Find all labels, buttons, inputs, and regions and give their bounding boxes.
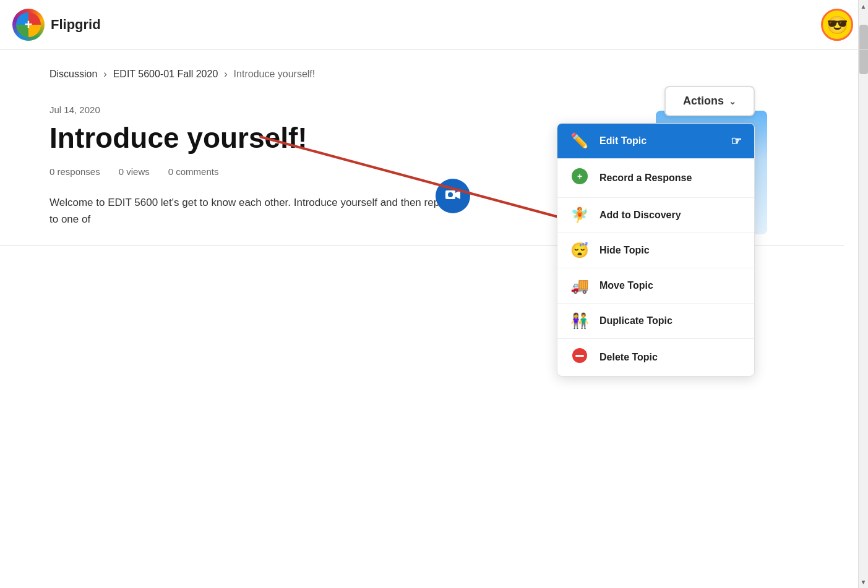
svg-point-3 <box>448 192 453 197</box>
scrollbar[interactable]: ▲ ▼ <box>858 0 868 588</box>
logo-area: + Flipgrid <box>12 9 101 41</box>
record-response-icon: + <box>570 168 590 189</box>
actions-dropdown: ✏️ Edit Topic ☞ + Record a Response 🧚 <box>557 123 755 377</box>
dropdown-item-hide-topic[interactable]: 😴 Hide Topic <box>557 233 754 268</box>
breadcrumb-current: Introduce yourself! <box>234 69 316 80</box>
dropdown-item-record-response[interactable]: + Record a Response <box>557 159 754 198</box>
svg-text:+: + <box>577 171 582 181</box>
dropdown-item-duplicate-topic[interactable]: 👫 Duplicate Topic <box>557 304 754 339</box>
svg-marker-4 <box>455 190 460 199</box>
hide-topic-label: Hide Topic <box>599 245 650 256</box>
duplicate-icon: 👫 <box>570 312 590 330</box>
logo-inner: + <box>16 12 41 37</box>
flipgrid-logo-icon: + <box>12 9 45 41</box>
actions-button[interactable]: Actions ⌄ <box>664 86 755 116</box>
add-discovery-label: Add to Discovery <box>599 210 681 221</box>
actions-area: Actions ⌄ ✏️ Edit Topic ☞ + <box>664 86 755 116</box>
breadcrumb-course[interactable]: EDIT 5600-01 Fall 2020 <box>113 69 218 80</box>
delete-topic-label: Delete Topic <box>599 352 658 363</box>
duplicate-topic-label: Duplicate Topic <box>599 315 672 326</box>
hide-icon: 😴 <box>570 242 590 259</box>
breadcrumb-sep-1: › <box>103 69 106 80</box>
main-content: Discussion › EDIT 5600-01 Fall 2020 › In… <box>0 50 854 246</box>
edit-icon: ✏️ <box>570 132 590 150</box>
logo-plus-sign: + <box>25 18 33 32</box>
discovery-icon: 🧚 <box>570 207 590 224</box>
edit-topic-label: Edit Topic <box>599 135 647 147</box>
record-response-label: Record a Response <box>599 173 692 184</box>
breadcrumb: Discussion › EDIT 5600-01 Fall 2020 › In… <box>49 69 817 80</box>
chevron-down-icon: ⌄ <box>729 96 736 106</box>
dropdown-item-edit-topic[interactable]: ✏️ Edit Topic ☞ <box>557 124 754 159</box>
dropdown-item-add-discovery[interactable]: 🧚 Add to Discovery <box>557 198 754 233</box>
camera-icon <box>445 187 461 205</box>
cursor-hand-icon: ☞ <box>731 134 742 148</box>
breadcrumb-discussion[interactable]: Discussion <box>49 69 97 80</box>
header: + Flipgrid 😎 <box>0 0 868 50</box>
topic-stats: 0 responses 0 views 0 comments <box>49 166 458 177</box>
user-avatar[interactable]: 😎 <box>821 9 853 41</box>
actions-label: Actions <box>683 95 724 108</box>
views-count: 0 views <box>119 166 150 177</box>
dropdown-item-delete-topic[interactable]: Delete Topic <box>557 339 754 376</box>
camera-record-button[interactable] <box>436 179 470 213</box>
topic-info: Jul 14, 2020 Introduce yourself! 0 respo… <box>49 104 470 228</box>
svg-rect-11 <box>575 355 584 357</box>
dropdown-item-move-topic[interactable]: 🚚 Move Topic <box>557 268 754 304</box>
delete-icon <box>570 347 590 367</box>
breadcrumb-sep-2: › <box>224 69 227 80</box>
logo-text: Flipgrid <box>51 17 101 33</box>
comments-count: 0 comments <box>168 166 219 177</box>
topic-date: Jul 14, 2020 <box>49 104 458 115</box>
scroll-down-arrow[interactable]: ▼ <box>859 576 868 588</box>
content-area: Jul 14, 2020 Introduce yourself! 0 respo… <box>49 104 817 228</box>
responses-count: 0 responses <box>49 166 100 177</box>
topic-description: Welcome to EDIT 5600 let's get to know e… <box>49 194 458 228</box>
topic-title: Introduce yourself! <box>49 122 458 154</box>
move-topic-label: Move Topic <box>599 280 653 291</box>
move-icon: 🚚 <box>570 277 590 294</box>
